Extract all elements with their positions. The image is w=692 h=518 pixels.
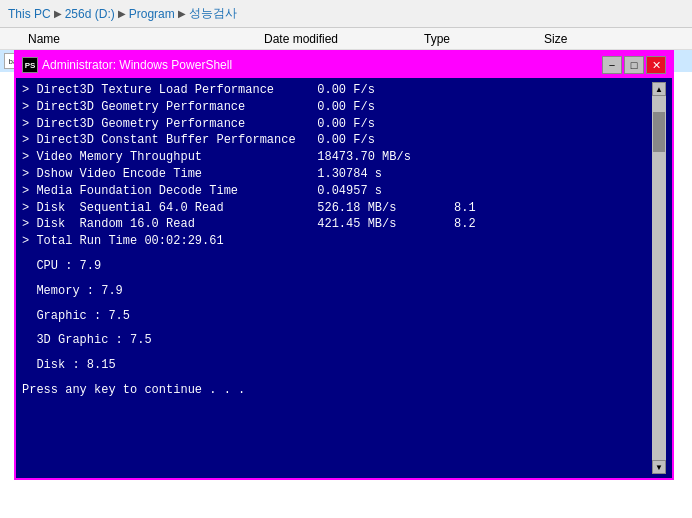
breadcrumb-thispc[interactable]: This PC bbox=[8, 7, 51, 21]
scrollbar-up[interactable]: ▲ bbox=[652, 82, 666, 96]
ps-line: > Direct3D Texture Load Performance 0.00… bbox=[22, 82, 652, 99]
ps-line: > Dshow Video Encode Time 1.30784 s bbox=[22, 166, 652, 183]
scrollbar-down[interactable]: ▼ bbox=[652, 460, 666, 474]
ps-line: Memory : 7.9 bbox=[22, 283, 652, 300]
scrollbar-thumb[interactable] bbox=[653, 112, 665, 152]
ps-line: > Disk Sequential 64.0 Read 526.18 MB/s … bbox=[22, 200, 652, 217]
ps-line bbox=[22, 374, 652, 382]
ps-titlebar: PS Administrator: Windows PowerShell − □… bbox=[16, 52, 672, 78]
ps-controls: − □ ✕ bbox=[602, 56, 666, 74]
ps-text-area: > Direct3D Texture Load Performance 0.00… bbox=[22, 82, 652, 474]
ps-line: Graphic : 7.5 bbox=[22, 308, 652, 325]
ps-line: > Direct3D Constant Buffer Performance 0… bbox=[22, 132, 652, 149]
ps-line: CPU : 7.9 bbox=[22, 258, 652, 275]
breadcrumb-bar: This PC ▶ 256d (D:) ▶ Program ▶ 성능검사 bbox=[0, 0, 692, 28]
ps-line: > Direct3D Geometry Performance 0.00 F/s bbox=[22, 116, 652, 133]
ps-line: > Total Run Time 00:02:29.61 bbox=[22, 233, 652, 250]
col-header-size[interactable]: Size bbox=[544, 32, 624, 46]
ps-titlebar-left: PS Administrator: Windows PowerShell bbox=[22, 57, 232, 73]
ps-line: > Video Memory Throughput 18473.70 MB/s bbox=[22, 149, 652, 166]
ps-line bbox=[22, 275, 652, 283]
ps-line: > Direct3D Geometry Performance 0.00 F/s bbox=[22, 99, 652, 116]
sep2: ▶ bbox=[118, 8, 126, 19]
ps-line bbox=[22, 250, 652, 258]
breadcrumb-folder[interactable]: 성능검사 bbox=[189, 5, 237, 22]
close-button[interactable]: ✕ bbox=[646, 56, 666, 74]
ps-scrollbar[interactable]: ▲ ▼ bbox=[652, 82, 666, 474]
ps-line: Disk : 8.15 bbox=[22, 357, 652, 374]
column-headers: Name Date modified Type Size bbox=[0, 28, 692, 50]
ps-line: > Disk Random 16.0 Read 421.45 MB/s 8.2 bbox=[22, 216, 652, 233]
sep3: ▶ bbox=[178, 8, 186, 19]
ps-line: 3D Graphic : 7.5 bbox=[22, 332, 652, 349]
breadcrumb-program[interactable]: Program bbox=[129, 7, 175, 21]
explorer-window: This PC ▶ 256d (D:) ▶ Program ▶ 성능검사 Nam… bbox=[0, 0, 692, 518]
minimize-button[interactable]: − bbox=[602, 56, 622, 74]
ps-line bbox=[22, 324, 652, 332]
col-header-date[interactable]: Date modified bbox=[264, 32, 424, 46]
maximize-button[interactable]: □ bbox=[624, 56, 644, 74]
ps-line bbox=[22, 300, 652, 308]
ps-app-icon: PS bbox=[22, 57, 38, 73]
ps-content: > Direct3D Texture Load Performance 0.00… bbox=[16, 78, 672, 478]
col-header-name[interactable]: Name bbox=[4, 32, 264, 46]
ps-line bbox=[22, 349, 652, 357]
ps-line: Press any key to continue . . . bbox=[22, 382, 652, 399]
powershell-window: PS Administrator: Windows PowerShell − □… bbox=[14, 50, 674, 480]
breadcrumb-drive[interactable]: 256d (D:) bbox=[65, 7, 115, 21]
col-header-type[interactable]: Type bbox=[424, 32, 544, 46]
ps-title: Administrator: Windows PowerShell bbox=[42, 58, 232, 72]
sep1: ▶ bbox=[54, 8, 62, 19]
ps-line: > Media Foundation Decode Time 0.04957 s bbox=[22, 183, 652, 200]
